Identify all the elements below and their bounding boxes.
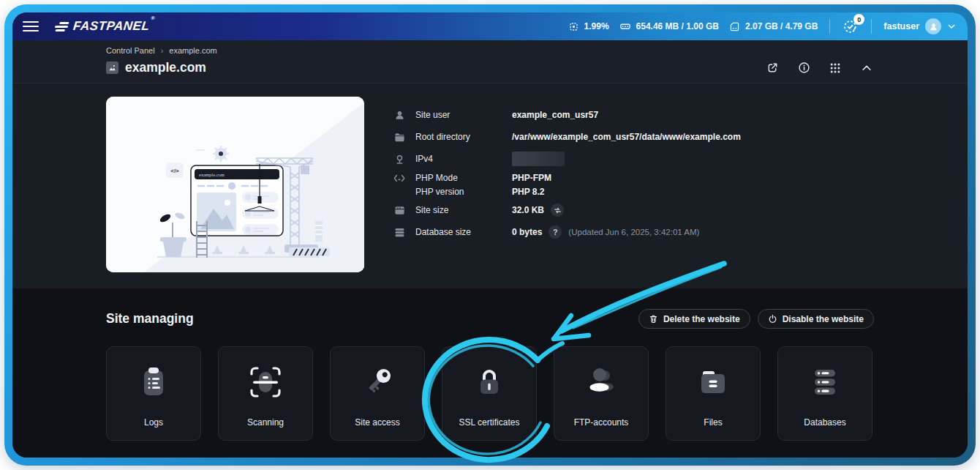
cpu-usage-stat: 1.99% xyxy=(568,21,609,32)
disk-icon xyxy=(729,21,740,32)
disk-usage-value: 2.07 GB / 4.79 GB xyxy=(745,21,818,31)
info-label: IPv4 xyxy=(415,154,512,164)
screenshot-stage: FASTPANEL® 1.99% 654.46 MB / 1.00 GB 2.0… xyxy=(0,0,980,470)
breadcrumb-current: example.com xyxy=(169,46,216,55)
app-screen: FASTPANEL® 1.99% 654.46 MB / 1.00 GB 2.0… xyxy=(12,12,968,458)
php-version-value: PHP 8.2 xyxy=(512,185,551,199)
info-label: PHP Mode xyxy=(415,171,512,185)
root-directory-row: Root directory /var/www/example_com_usr5… xyxy=(393,126,874,148)
card-site-access[interactable]: Site access xyxy=(330,346,425,441)
refresh-site-size-button[interactable] xyxy=(551,204,564,217)
database-size-updated-note: (Updated Jun 6, 2025, 3:42:01 AM) xyxy=(568,228,699,236)
info-label: PHP version xyxy=(415,185,512,199)
card-files[interactable]: Files xyxy=(666,346,761,441)
site-favicon-placeholder xyxy=(106,61,118,74)
device-frame: FASTPANEL® 1.99% 654.46 MB / 1.00 GB 2.0… xyxy=(4,4,976,466)
apps-grid-button[interactable] xyxy=(828,61,843,75)
topbar-divider xyxy=(871,19,872,34)
cpu-usage-value: 1.99% xyxy=(584,21,609,31)
cpu-icon xyxy=(568,21,579,32)
topbar: FASTPANEL® 1.99% 654.46 MB / 1.00 GB 2.0… xyxy=(12,12,968,40)
panel-icon xyxy=(393,205,405,216)
info-label: Database size xyxy=(415,227,512,237)
database-size-row: Database size 0 bytes ? (Updated Jun 6, … xyxy=(393,221,874,243)
button-label: Disable the website xyxy=(783,314,864,324)
php-row: PHP Mode PHP version PHP-FPM PHP 8.2 xyxy=(393,170,874,199)
site-size-row: Site size 32.0 KB xyxy=(393,199,874,221)
card-label: Databases xyxy=(804,417,845,428)
user-icon xyxy=(393,110,405,121)
scanning-icon xyxy=(248,347,283,417)
root-directory-value: /var/www/example_com_usr57/data/www/exam… xyxy=(512,132,741,142)
notifications-button[interactable]: 0 xyxy=(842,18,859,35)
info-label: Site user xyxy=(415,110,512,120)
folder-files-icon xyxy=(696,347,731,417)
topbar-divider xyxy=(829,19,830,34)
info-icon xyxy=(798,61,810,74)
section-title: Site managing xyxy=(106,311,194,327)
delete-website-button[interactable]: Delete the website xyxy=(638,309,750,329)
ram-usage-stat: 654.46 MB / 1.00 GB xyxy=(619,21,719,32)
trash-icon xyxy=(649,314,658,324)
button-label: Delete the website xyxy=(663,314,740,324)
person-icon xyxy=(929,22,938,31)
logo-sliders-icon xyxy=(53,22,69,31)
card-label: Files xyxy=(704,417,722,428)
info-button[interactable] xyxy=(796,61,811,75)
site-user-value: example_com_usr57 xyxy=(512,110,598,120)
site-user-row: Site user example_com_usr57 xyxy=(393,104,874,126)
card-databases[interactable]: Databases xyxy=(777,346,872,441)
site-illustration: </> example.com xyxy=(106,97,364,272)
username-label: fastuser xyxy=(883,21,919,31)
card-ssl-certificates[interactable]: SSL certificates xyxy=(442,346,537,441)
site-managing-cards: Logs Scanning Site access xyxy=(106,346,874,441)
card-label: Logs xyxy=(144,417,163,428)
svg-text:</>: </> xyxy=(170,168,179,174)
illustration-browser-url: example.com xyxy=(199,172,225,177)
hamburger-menu-icon[interactable] xyxy=(23,21,39,31)
card-scanning[interactable]: Scanning xyxy=(218,346,313,441)
card-ftp-accounts[interactable]: FTP-accounts xyxy=(554,346,649,441)
site-size-value: 32.0 KB xyxy=(512,205,544,215)
logo-text: FASTPANEL® xyxy=(72,19,154,34)
grid-dots-icon xyxy=(829,62,841,74)
breadcrumb: Control Panel › example.com xyxy=(106,46,874,55)
chevron-down-icon[interactable] xyxy=(947,22,956,31)
registered-mark: ® xyxy=(151,15,155,20)
disable-website-button[interactable]: Disable the website xyxy=(758,309,874,329)
user-menu[interactable]: fastuser xyxy=(883,18,956,34)
database-size-help-button[interactable]: ? xyxy=(549,225,562,239)
logs-icon xyxy=(136,347,171,417)
image-icon xyxy=(108,64,116,72)
breadcrumb-control-panel[interactable]: Control Panel xyxy=(106,46,155,55)
key-icon xyxy=(360,347,395,417)
page-title: example.com xyxy=(125,60,206,75)
power-icon xyxy=(768,314,777,324)
ipv4-row: IPv4 xyxy=(393,148,874,170)
site-info-section: </> example.com xyxy=(12,83,968,288)
page-header: Control Panel › example.com example.com xyxy=(12,40,968,83)
card-label: SSL certificates xyxy=(459,417,520,428)
chevron-up-icon xyxy=(861,62,872,74)
php-mode-value: PHP-FPM xyxy=(512,171,551,185)
card-label: Site access xyxy=(355,417,399,428)
fastpanel-logo[interactable]: FASTPANEL® xyxy=(55,19,154,34)
ipv4-redacted-value xyxy=(512,152,565,166)
collapse-button[interactable] xyxy=(859,61,874,75)
folder-icon xyxy=(393,132,405,143)
info-label: Root directory xyxy=(415,132,512,142)
database-size-value: 0 bytes xyxy=(512,227,542,237)
refresh-icon xyxy=(554,206,562,215)
card-label: Scanning xyxy=(247,417,284,428)
breadcrumb-separator: › xyxy=(161,46,164,55)
open-site-button[interactable] xyxy=(765,61,780,75)
avatar xyxy=(925,18,941,34)
databases-icon xyxy=(807,347,843,417)
database-icon xyxy=(393,227,405,238)
users-icon xyxy=(584,347,619,417)
card-logs[interactable]: Logs xyxy=(106,346,201,441)
code-icon xyxy=(393,174,405,183)
external-link-icon xyxy=(766,61,779,74)
site-info-rows: Site user example_com_usr57 Root directo… xyxy=(393,97,874,272)
notifications-badge: 0 xyxy=(853,14,864,25)
